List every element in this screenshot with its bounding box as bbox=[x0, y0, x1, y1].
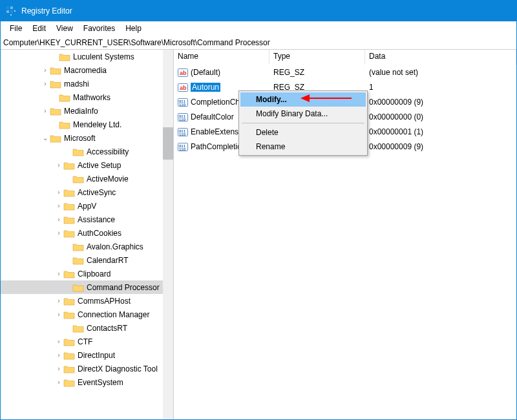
chevron-right-icon[interactable]: › bbox=[41, 67, 50, 74]
chevron-right-icon[interactable]: › bbox=[54, 365, 63, 372]
list-row[interactable]: (Default)REG_SZ(value not set) bbox=[174, 65, 516, 79]
workspace: Luculent Systems›Macromedia›madshiMathwo… bbox=[1, 50, 516, 419]
tree-item[interactable]: Command Processor bbox=[1, 280, 163, 294]
context-menu: Modify...Modify Binary Data...DeleteRena… bbox=[238, 90, 368, 156]
svg-rect-3 bbox=[10, 10, 13, 13]
titlebar: Registry Editor bbox=[1, 1, 516, 21]
context-menu-item[interactable]: Delete bbox=[240, 125, 366, 140]
cell-data: (value not set) bbox=[365, 68, 516, 77]
chevron-down-icon[interactable]: ⌄ bbox=[41, 134, 50, 142]
chevron-right-icon[interactable]: › bbox=[54, 379, 63, 386]
column-data[interactable]: Data bbox=[365, 50, 516, 65]
value-name: Autorun bbox=[191, 83, 220, 92]
value-name: (Default) bbox=[191, 68, 220, 77]
dword-value-icon bbox=[178, 127, 188, 137]
address-text: Computer\HKEY_CURRENT_USER\Software\Micr… bbox=[3, 38, 270, 47]
cell-data: 1 bbox=[365, 83, 516, 92]
tree-item-label: Clipboard bbox=[78, 269, 111, 278]
tree-item[interactable]: ActiveMovie bbox=[1, 172, 163, 185]
folder-icon bbox=[59, 93, 70, 102]
tree-item[interactable]: ›CTF bbox=[1, 335, 163, 348]
tree-item-label: AppV bbox=[78, 202, 96, 211]
chevron-right-icon[interactable]: › bbox=[41, 80, 50, 87]
chevron-right-icon[interactable]: › bbox=[54, 229, 63, 236]
tree-item[interactable]: ⌄Microsoft bbox=[1, 131, 163, 145]
chevron-right-icon[interactable]: › bbox=[54, 216, 63, 223]
folder-icon bbox=[72, 324, 84, 333]
context-menu-item[interactable]: Rename bbox=[240, 140, 366, 154]
tree-item[interactable]: ›AuthCookies bbox=[1, 226, 163, 240]
tree-item[interactable]: ›Assistance bbox=[1, 213, 163, 226]
tree-item[interactable]: ›Macromedia bbox=[1, 63, 163, 77]
tree-scrollbar[interactable] bbox=[163, 50, 173, 419]
tree-item-label: Avalon.Graphics bbox=[87, 242, 143, 251]
tree-item[interactable]: ›AppV bbox=[1, 199, 163, 213]
folder-icon bbox=[63, 229, 75, 238]
tree-item[interactable]: ›DirectInput bbox=[1, 348, 163, 362]
list-header: Name Type Data bbox=[174, 50, 516, 65]
folder-icon bbox=[59, 52, 70, 61]
context-menu-separator bbox=[242, 123, 364, 123]
tree-item-label: madshi bbox=[64, 79, 89, 89]
tree-item-label: Mendeley Ltd. bbox=[73, 120, 121, 129]
tree-item-label: EventSystem bbox=[78, 378, 123, 387]
column-name[interactable]: Name bbox=[174, 50, 269, 65]
string-value-icon bbox=[178, 67, 188, 78]
tree-item[interactable]: ›MediaInfo bbox=[1, 104, 163, 118]
tree-item-label: DirectInput bbox=[78, 351, 115, 360]
folder-icon bbox=[63, 188, 75, 197]
tree-item[interactable]: Avalon.Graphics bbox=[1, 240, 163, 253]
chevron-right-icon[interactable]: › bbox=[54, 162, 63, 169]
chevron-right-icon[interactable]: › bbox=[54, 311, 63, 318]
tree-item-label: Luculent Systems bbox=[73, 52, 134, 61]
chevron-right-icon[interactable]: › bbox=[54, 338, 63, 345]
chevron-right-icon[interactable]: › bbox=[54, 270, 63, 277]
chevron-right-icon[interactable]: › bbox=[41, 107, 50, 114]
folder-icon bbox=[50, 79, 61, 89]
context-menu-item[interactable]: Modify... bbox=[240, 92, 366, 107]
column-type[interactable]: Type bbox=[269, 50, 365, 65]
tree-item[interactable]: ›Active Setup bbox=[1, 158, 163, 172]
tree-item[interactable]: ›CommsAPHost bbox=[1, 294, 163, 308]
tree-item-label: ActiveSync bbox=[78, 188, 116, 197]
menu-help[interactable]: Help bbox=[120, 23, 147, 34]
context-menu-item[interactable]: Modify Binary Data... bbox=[240, 107, 366, 121]
tree-item[interactable]: ›DirectX Diagnostic Tool bbox=[1, 362, 163, 375]
tree-item[interactable]: ›madshi bbox=[1, 77, 163, 90]
menu-edit[interactable]: Edit bbox=[27, 23, 51, 34]
cell-data: 0x00000009 (9) bbox=[365, 98, 516, 107]
tree-item-label: Active Setup bbox=[78, 161, 121, 170]
chevron-right-icon[interactable]: › bbox=[54, 202, 63, 209]
tree-item[interactable]: ›Clipboard bbox=[1, 267, 163, 280]
tree-item[interactable]: Mathworks bbox=[1, 90, 163, 104]
chevron-right-icon[interactable]: › bbox=[54, 352, 63, 359]
tree-body[interactable]: Luculent Systems›Macromedia›madshiMathwo… bbox=[1, 50, 163, 419]
tree-item[interactable]: ContactsRT bbox=[1, 321, 163, 335]
tree-item-label: Mathworks bbox=[73, 93, 111, 102]
tree-item-label: DirectX Diagnostic Tool bbox=[78, 364, 158, 373]
svg-rect-2 bbox=[6, 10, 9, 13]
tree-item[interactable]: Accessibility bbox=[1, 145, 163, 158]
tree-item-label: Macromedia bbox=[64, 66, 107, 75]
list-body[interactable]: (Default)REG_SZ(value not set)AutorunREG… bbox=[174, 65, 516, 419]
chevron-right-icon[interactable]: › bbox=[54, 297, 63, 304]
menu-view[interactable]: View bbox=[51, 23, 78, 34]
menu-file[interactable]: File bbox=[5, 23, 27, 34]
svg-rect-5 bbox=[10, 14, 12, 16]
tree-item[interactable]: Mendeley Ltd. bbox=[1, 118, 163, 131]
tree-item[interactable]: ›Connection Manager bbox=[1, 308, 163, 321]
chevron-right-icon[interactable]: › bbox=[54, 189, 63, 196]
address-bar[interactable]: Computer\HKEY_CURRENT_USER\Software\Micr… bbox=[1, 36, 516, 50]
tree-item[interactable]: CalendarRT bbox=[1, 253, 163, 267]
folder-icon bbox=[63, 364, 75, 373]
tree-item[interactable]: Luculent Systems bbox=[1, 50, 163, 63]
menu-favorites[interactable]: Favorites bbox=[78, 23, 120, 34]
tree-item-label: CommsAPHost bbox=[78, 297, 131, 306]
tree-panel: Luculent Systems›Macromedia›madshiMathwo… bbox=[1, 50, 174, 419]
cell-data: 0x00000001 (1) bbox=[365, 127, 516, 136]
dword-value-icon bbox=[178, 97, 188, 107]
tree-item[interactable]: ›EventSystem bbox=[1, 375, 163, 389]
tree-item[interactable]: ›ActiveSync bbox=[1, 185, 163, 199]
svg-rect-1 bbox=[10, 6, 13, 9]
scroll-thumb[interactable] bbox=[163, 127, 173, 160]
